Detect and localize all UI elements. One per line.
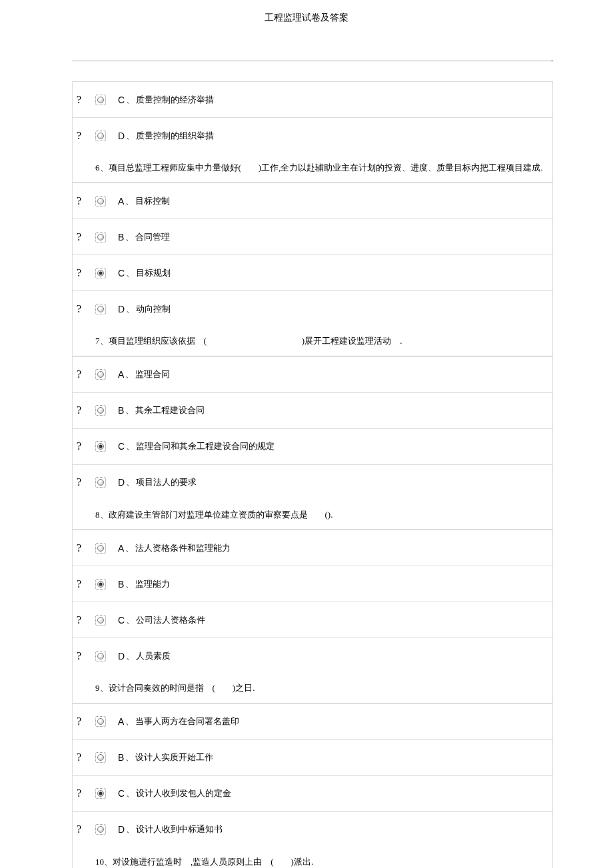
option-row[interactable]: ? D 、 人员素质 [72, 638, 553, 673]
option-row[interactable]: ? B 、 合同管理 [72, 218, 553, 254]
option-row[interactable]: ? A 、 监理合同 [72, 356, 553, 392]
option-letter: B [118, 579, 124, 590]
option-row[interactable]: ? B 、 设计人实质开始工作 [72, 739, 553, 775]
option-row[interactable]: ? C 、 公司法人资格条件 [72, 602, 553, 638]
question-8: 8、政府建设主管部门对监理单位建立资质的审察要点是 (). [72, 500, 553, 530]
option-sep: 、 [126, 823, 135, 835]
option-text: 合同管理 [135, 231, 170, 243]
option-text: 设计人实质开始工作 [135, 751, 213, 763]
option-sep: 、 [126, 787, 135, 799]
question-mark: ? [73, 231, 95, 243]
option-text: 目标控制 [135, 195, 170, 207]
radio-icon-selected[interactable] [95, 441, 106, 452]
radio-icon[interactable] [95, 95, 106, 105]
question-text: 、政府建设主管部门对监理单位建立资质的审察要点是 (). [100, 510, 333, 520]
radio-icon[interactable] [95, 131, 106, 141]
question-mark: ? [73, 94, 95, 106]
question-mark: ? [73, 751, 95, 763]
radio-icon[interactable] [95, 477, 106, 488]
question-mark: ? [73, 130, 95, 142]
option-letter: A [118, 716, 124, 727]
question-mark: ? [73, 303, 95, 315]
option-letter: C [118, 441, 125, 452]
option-sep: 、 [126, 614, 135, 626]
question-mark: ? [73, 578, 95, 590]
option-sep: 、 [125, 195, 134, 207]
radio-icon[interactable] [95, 304, 106, 314]
option-row[interactable]: ? D 、 动向控制 [72, 290, 553, 326]
option-text: 动向控制 [136, 303, 171, 315]
question-mark: ? [73, 614, 95, 626]
option-row[interactable]: ? C 、 监理合同和其余工程建设合同的规定 [72, 428, 553, 464]
top-divider: . [72, 61, 553, 61]
question-mark: ? [73, 440, 95, 452]
question-mark: ? [73, 542, 95, 554]
option-sep: 、 [125, 231, 134, 243]
option-letter: A [118, 543, 124, 554]
radio-icon[interactable] [95, 405, 106, 416]
radio-icon[interactable] [95, 232, 106, 242]
option-row[interactable]: ? A 、 目标控制 [72, 183, 553, 218]
option-text: 监理能力 [135, 578, 170, 590]
question-mark: ? [73, 787, 95, 799]
question-10: 10、对设施进行监造时 ,监造人员原则上由 ( )派出. [72, 847, 553, 868]
radio-icon[interactable] [95, 651, 106, 661]
option-row[interactable]: ? A 、 当事人两方在合同署名盖印 [72, 703, 553, 739]
option-letter: B [118, 232, 124, 242]
question-mark: ? [73, 650, 95, 662]
radio-icon[interactable] [95, 615, 106, 626]
question-text: 、设计合同奏效的时间是指 ( )之日. [100, 683, 255, 693]
option-text: 设计人收到中标通知书 [136, 823, 223, 835]
option-text: 其余工程建设合同 [135, 404, 205, 416]
option-sep: 、 [126, 94, 135, 106]
question-mark: ? [73, 715, 95, 727]
question-mark: ? [73, 368, 95, 380]
question-mark: ? [73, 195, 95, 207]
option-text: 质量控制的组织举措 [136, 130, 214, 142]
question-6: 6、项目总监理工程师应集中力量做好( )工作,全力以赴辅助业主在计划的投资、进度… [72, 153, 553, 183]
radio-icon[interactable] [95, 369, 106, 380]
top-marker: . [551, 54, 553, 64]
orphan-block: ? C 、 质量控制的经济举措 ? D 、 质量控制的组织举措 6、项目总监理工… [72, 81, 553, 868]
radio-icon-selected[interactable] [95, 788, 106, 799]
option-row[interactable]: ? D 、 设计人收到中标通知书 [72, 811, 553, 847]
option-text: 目标规划 [136, 267, 171, 279]
radio-icon-selected[interactable] [95, 579, 106, 590]
option-row[interactable]: ? B 、 监理能力 [72, 566, 553, 602]
option-row[interactable]: ? D 、 项目法人的要求 [72, 464, 553, 500]
option-letter: D [118, 477, 125, 488]
radio-icon[interactable] [95, 716, 106, 727]
option-row[interactable]: ? C 、 目标规划 [72, 254, 553, 290]
radio-icon[interactable] [95, 824, 106, 835]
option-text: 公司法人资格条件 [136, 614, 205, 626]
question-7: 7、项目监理组织应该依据 ( )展开工程建设监理活动 . [72, 326, 553, 356]
option-letter: A [118, 196, 124, 207]
question-text: 、对设施进行监造时 ,监造人员原则上由 ( )派出. [104, 857, 313, 867]
option-sep: 、 [126, 440, 135, 452]
option-sep: 、 [126, 650, 135, 662]
header-title: 工程监理试卷及答案 [265, 13, 348, 23]
question-9: 9、设计合同奏效的时间是指 ( )之日. [72, 673, 553, 703]
option-sep: 、 [126, 303, 135, 315]
option-letter: D [118, 824, 125, 835]
radio-icon[interactable] [95, 196, 106, 207]
option-letter: D [118, 651, 125, 661]
option-letter: A [118, 369, 124, 380]
option-letter: D [118, 304, 125, 314]
option-row[interactable]: ? B 、 其余工程建设合同 [72, 392, 553, 428]
question-mark: ? [73, 476, 95, 488]
radio-icon[interactable] [95, 752, 106, 763]
radio-icon[interactable] [95, 543, 106, 554]
option-letter: D [118, 131, 125, 141]
option-text: 设计人收到发包人的定金 [136, 787, 231, 799]
option-letter: C [118, 268, 125, 278]
option-row[interactable]: ? D 、 质量控制的组织举措 [72, 117, 553, 153]
option-letter: C [118, 615, 125, 626]
option-row[interactable]: ? A 、 法人资格条件和监理能力 [72, 530, 553, 566]
option-sep: 、 [125, 715, 134, 727]
option-text: 监理合同 [135, 368, 170, 380]
question-num: 10 [95, 857, 104, 867]
radio-icon-selected[interactable] [95, 268, 106, 278]
option-row[interactable]: ? C 、 设计人收到发包人的定金 [72, 775, 553, 811]
option-row[interactable]: ? C 、 质量控制的经济举措 [72, 81, 553, 117]
